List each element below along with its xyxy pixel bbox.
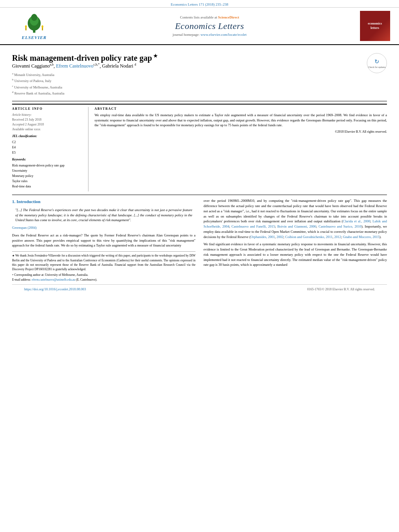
body-columns: 1. Introduction "[...] The Federal Reser… bbox=[12, 198, 387, 282]
article-title-block: Risk management-driven policy rate gap ★… bbox=[12, 53, 363, 99]
affil-c: c University of Melbourne, Australia bbox=[12, 84, 363, 90]
elsevier-brand-text: ELSEVIER bbox=[22, 35, 47, 40]
article-info-col: Article Info Article history: Received 2… bbox=[12, 107, 88, 191]
section-divider bbox=[12, 195, 387, 195]
greenspan-ref[interactable]: Greenspan (2004) bbox=[12, 225, 195, 230]
check-updates-label: Check for updates bbox=[368, 66, 386, 68]
ref-gnabo[interactable]: Gnabo and Moccero, 2015 bbox=[343, 235, 380, 239]
ref-castelnuovo-fanelli[interactable]: Castelnuovo and Fanelli, 2015 bbox=[232, 224, 275, 228]
main-content: Risk management-driven policy rate gap ★… bbox=[0, 45, 399, 532]
article-title: Risk management-driven policy rate gap ★ bbox=[12, 53, 363, 63]
elsevier-tree-icon bbox=[22, 12, 46, 34]
abstract-header: Abstract bbox=[95, 107, 387, 111]
affil-d: d Reserve Bank of Australia, Australia bbox=[12, 90, 363, 96]
bottom-bar: https://doi.org/10.1016/j.econlet.2018.0… bbox=[12, 284, 387, 294]
kw-2: Uncertainty bbox=[12, 168, 84, 174]
kw-3: Monetary policy bbox=[12, 174, 84, 179]
doi-link[interactable]: https://doi.org/10.1016/j.econlet.2018.0… bbox=[24, 287, 86, 291]
footnote-email-line: E-mail address: efrem.castelnuovo@unimel… bbox=[12, 277, 195, 282]
received-date: Received 23 July 2018 bbox=[12, 117, 84, 122]
available-date: Available online xxxx bbox=[12, 127, 84, 132]
info-abstract-row: Article Info Article history: Received 2… bbox=[12, 104, 387, 191]
author3-sup: d bbox=[134, 63, 136, 66]
journal-homepage: journal homepage: www.elsevier.com/locat… bbox=[64, 33, 355, 37]
footnote-email-link[interactable]: efrem.castelnuovo@unimelb.edu.au bbox=[32, 278, 75, 281]
keywords-list: Risk management-driven policy rate gap U… bbox=[12, 163, 84, 189]
ref-castelnuovo-surico[interactable]: Castelnuovo and Surico, 2010 bbox=[319, 224, 362, 228]
svg-point-5 bbox=[25, 25, 27, 28]
footnote-star-text: ★ We thank Jesús Fernández-Villaverde fo… bbox=[12, 253, 195, 271]
article-history: Article history: Received 23 July 2018 A… bbox=[12, 113, 84, 132]
top-bar: Economics Letters 171 (2018) 235–238 bbox=[0, 0, 399, 8]
jel-e5: E5 bbox=[12, 150, 84, 156]
footnote-email-note: (E. Castelnuovo). bbox=[76, 278, 97, 281]
journal-title: Economics Letters bbox=[64, 21, 355, 31]
author1-name: Giovanni Caggiano bbox=[12, 63, 50, 69]
affil-a: a Monash University, Australia bbox=[12, 72, 363, 78]
footnote-section: ★ We thank Jesús Fernández-Villaverde fo… bbox=[12, 251, 195, 282]
authors-line: Giovanni Caggianoa,b, Efrem Castelnuovoc… bbox=[12, 63, 363, 69]
block-quote: "[...] The Federal Reserve's experiences… bbox=[15, 207, 192, 223]
science-direct-link[interactable]: ScienceDirect bbox=[218, 15, 239, 19]
keywords-label: Keywords: bbox=[12, 158, 84, 161]
ref-coibion[interactable]: Coibion and Gorodnichenko, 2011 bbox=[285, 235, 333, 239]
journal-header: ELSEVIER Contents lists available at Sci… bbox=[0, 8, 399, 45]
abstract-text: We employ real-time data available to th… bbox=[95, 113, 387, 128]
check-updates-icon: ↻ bbox=[374, 58, 379, 65]
elsevier-logo-section: ELSEVIER bbox=[8, 12, 60, 40]
ref-clarida[interactable]: Clarida et al., 2000 bbox=[343, 219, 370, 223]
footnote-corr: * Corresponding author at: University of… bbox=[12, 273, 195, 277]
article-title-section: Risk management-driven policy rate gap ★… bbox=[12, 49, 387, 101]
intro-heading: 1. Introduction bbox=[12, 198, 195, 205]
ref-orphanides2[interactable]: 2002 bbox=[277, 235, 284, 239]
journal-badge: economics letters bbox=[360, 11, 390, 41]
issn-line: 0165-1765/© 2018 Elsevier B.V. All right… bbox=[307, 288, 375, 291]
intro-para1: Does the Federal Reserve act as a risk-m… bbox=[12, 233, 195, 248]
author3-name: Gabriela Nodari bbox=[102, 63, 134, 69]
keywords-section: Keywords: Risk management-driven policy … bbox=[12, 158, 84, 189]
article-info-header: Article Info bbox=[12, 107, 84, 111]
jel-c2: C2 bbox=[12, 140, 84, 145]
accepted-date: Accepted 2 August 2018 bbox=[12, 122, 84, 127]
body-col-left: 1. Introduction "[...] The Federal Reser… bbox=[12, 198, 195, 282]
right-para2: We find significant evidence in favor of… bbox=[204, 242, 387, 267]
page: Economics Letters 171 (2018) 235–238 bbox=[0, 0, 399, 532]
kw-1: Risk management-driven policy rate gap bbox=[12, 163, 84, 168]
ref-boivin[interactable]: Boivin and Giannoni, 2006 bbox=[277, 224, 316, 228]
kw-5: Real-time data bbox=[12, 184, 84, 189]
jel-section: JEL classification: C2 E4 E5 bbox=[12, 134, 84, 155]
right-para1: over the period 1969M1–2008M10, and by c… bbox=[204, 198, 387, 239]
title-star: ★ bbox=[152, 53, 158, 59]
svg-point-3 bbox=[31, 14, 37, 21]
homepage-url[interactable]: www.elsevier.com/locate/ecolet bbox=[201, 33, 247, 37]
jel-label: JEL classification: bbox=[12, 134, 84, 138]
citation-text: Economics Letters 171 (2018) 235–238 bbox=[171, 2, 228, 6]
body-col-right: over the period 1969M1–2008M10, and by c… bbox=[204, 198, 387, 282]
affiliations: a Monash University, Australia b Univers… bbox=[12, 72, 363, 96]
ref-coibion2[interactable]: 2012 bbox=[334, 235, 341, 239]
affil-b: b University of Padova, Italy bbox=[12, 78, 363, 84]
author2-sup: c,b,* bbox=[93, 63, 100, 66]
author1-sup: a,b bbox=[50, 63, 54, 66]
svg-point-7 bbox=[41, 25, 43, 28]
author2-name[interactable]: Efrem Castelnuovo bbox=[56, 63, 93, 69]
jel-codes: C2 E4 E5 bbox=[12, 140, 84, 155]
abstract-col: Abstract We employ real-time data availa… bbox=[95, 107, 387, 191]
kw-4: Taylor rules bbox=[12, 179, 84, 184]
check-updates-badge: ↻ Check for updates bbox=[367, 53, 387, 73]
elsevier-logo: ELSEVIER bbox=[8, 12, 60, 40]
ref-orphanides1[interactable]: Orphanides, 2001 bbox=[251, 235, 275, 239]
journal-header-center: Contents lists available at ScienceDirec… bbox=[64, 15, 355, 37]
jel-e4: E4 bbox=[12, 145, 84, 150]
history-label: Article history: bbox=[12, 113, 84, 117]
contents-line: Contents lists available at ScienceDirec… bbox=[64, 15, 355, 19]
journal-badge-section: economics letters bbox=[359, 11, 391, 41]
copyright-line: ©2018 Elsevier B.V. All rights reserved. bbox=[95, 130, 387, 134]
